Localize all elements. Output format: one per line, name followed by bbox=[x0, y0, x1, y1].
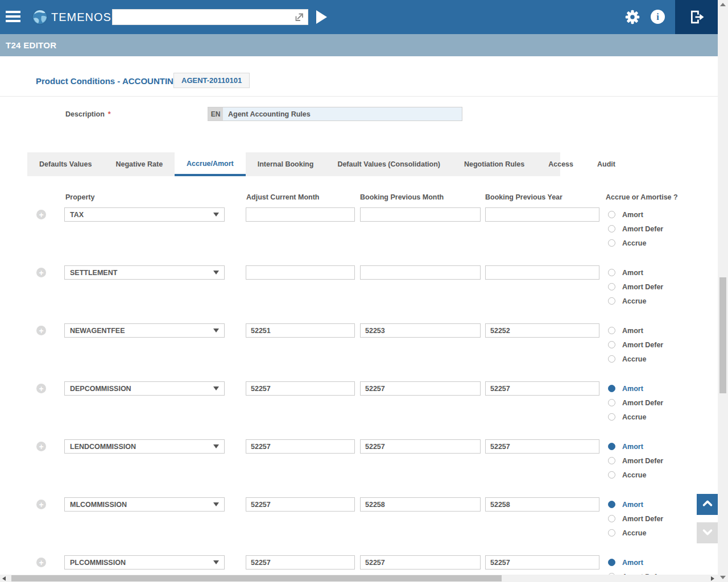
search-input[interactable] bbox=[113, 10, 294, 24]
radio-option-accrue[interactable]: Accrue bbox=[608, 526, 663, 540]
radio-icon[interactable] bbox=[608, 471, 615, 479]
radio-icon[interactable] bbox=[608, 341, 615, 348]
adjust-current-month-input[interactable] bbox=[246, 265, 355, 280]
radio-icon[interactable] bbox=[608, 283, 615, 290]
radio-option-amort-defer[interactable]: Amort Defer bbox=[608, 569, 663, 575]
booking-previous-year-input[interactable] bbox=[485, 497, 599, 512]
radio-icon[interactable] bbox=[608, 239, 615, 247]
property-select[interactable]: TAX bbox=[64, 207, 225, 222]
radio-icon[interactable] bbox=[608, 443, 615, 450]
radio-icon[interactable] bbox=[608, 515, 615, 522]
tab-negative-rate[interactable]: Negative Rate bbox=[104, 152, 175, 176]
radio-option-amort[interactable]: Amort bbox=[608, 207, 663, 222]
menu-icon[interactable] bbox=[6, 11, 20, 23]
booking-previous-month-input[interactable] bbox=[360, 207, 481, 222]
radio-option-accrue[interactable]: Accrue bbox=[608, 236, 663, 250]
booking-previous-year-input[interactable] bbox=[485, 323, 599, 338]
tab-negotiation-rules[interactable]: Negotiation Rules bbox=[452, 152, 536, 176]
scrollbar-left-arrow[interactable] bbox=[2, 576, 6, 581]
horizontal-scrollbar-thumb[interactable] bbox=[11, 575, 502, 581]
vertical-scrollbar-thumb[interactable] bbox=[719, 277, 726, 393]
property-select[interactable]: DEPCOMMISSION bbox=[64, 381, 225, 396]
add-row-button[interactable]: + bbox=[36, 210, 46, 219]
radio-option-amort-defer[interactable]: Amort Defer bbox=[608, 280, 663, 294]
radio-option-accrue[interactable]: Accrue bbox=[608, 410, 663, 424]
radio-option-amort-defer[interactable]: Amort Defer bbox=[608, 338, 663, 352]
add-row-button[interactable]: + bbox=[36, 500, 46, 509]
radio-option-amort[interactable]: Amort bbox=[608, 323, 663, 338]
radio-icon[interactable] bbox=[608, 501, 615, 508]
add-row-button[interactable]: + bbox=[36, 384, 46, 393]
property-select[interactable]: SETTLEMENT bbox=[64, 265, 225, 280]
radio-option-amort-defer[interactable]: Amort Defer bbox=[608, 222, 663, 236]
tab-accrue-amort[interactable]: Accrue/Amort bbox=[175, 152, 246, 176]
booking-previous-year-input[interactable] bbox=[485, 555, 599, 569]
scrollbar-right-arrow[interactable] bbox=[711, 576, 714, 581]
booking-previous-year-input[interactable] bbox=[485, 265, 599, 280]
tab-defaults-values[interactable]: Defaults Values bbox=[27, 152, 104, 176]
settings-gear-icon[interactable] bbox=[624, 9, 640, 25]
booking-previous-month-input[interactable] bbox=[360, 555, 481, 569]
radio-option-amort[interactable]: Amort bbox=[608, 265, 663, 280]
radio-option-accrue[interactable]: Accrue bbox=[608, 352, 663, 366]
radio-icon[interactable] bbox=[608, 385, 615, 392]
booking-previous-month-input[interactable] bbox=[360, 265, 481, 280]
scroll-to-bottom-button[interactable] bbox=[697, 522, 718, 543]
tab-access[interactable]: Access bbox=[536, 152, 585, 176]
radio-icon[interactable] bbox=[608, 457, 615, 464]
booking-previous-year-input[interactable] bbox=[485, 207, 599, 222]
radio-option-amort-defer[interactable]: Amort Defer bbox=[608, 396, 663, 410]
radio-icon[interactable] bbox=[608, 559, 615, 566]
description-input[interactable] bbox=[223, 107, 462, 120]
vertical-scrollbar[interactable] bbox=[718, 0, 728, 582]
tab-default-values-consolidation-[interactable]: Default Values (Consolidation) bbox=[325, 152, 452, 176]
radio-option-amort-defer[interactable]: Amort Defer bbox=[608, 512, 663, 526]
adjust-current-month-input[interactable] bbox=[246, 555, 355, 569]
radio-option-accrue[interactable]: Accrue bbox=[608, 294, 663, 308]
info-icon[interactable]: i bbox=[651, 10, 665, 24]
radio-icon[interactable] bbox=[608, 529, 615, 537]
add-row-button[interactable]: + bbox=[36, 558, 46, 567]
radio-option-accrue[interactable]: Accrue bbox=[608, 468, 663, 482]
scrollbar-up-arrow[interactable] bbox=[720, 3, 726, 6]
add-row-button[interactable]: + bbox=[36, 268, 46, 277]
radio-icon[interactable] bbox=[608, 413, 615, 421]
radio-icon[interactable] bbox=[608, 327, 615, 334]
booking-previous-month-input[interactable] bbox=[360, 439, 481, 454]
horizontal-scrollbar[interactable] bbox=[0, 575, 718, 582]
radio-option-amort[interactable]: Amort bbox=[608, 555, 663, 569]
radio-icon[interactable] bbox=[608, 225, 615, 232]
adjust-current-month-input[interactable] bbox=[246, 381, 355, 396]
radio-option-amort[interactable]: Amort bbox=[608, 439, 663, 454]
property-select[interactable]: MLCOMMISSION bbox=[64, 497, 225, 512]
sign-out-button[interactable] bbox=[675, 0, 718, 34]
adjust-current-month-input[interactable] bbox=[246, 497, 355, 512]
add-row-button[interactable]: + bbox=[36, 442, 46, 451]
radio-icon[interactable] bbox=[608, 355, 615, 363]
booking-previous-month-input[interactable] bbox=[360, 381, 481, 396]
goto-arrow-icon[interactable] bbox=[294, 12, 304, 22]
property-select[interactable]: NEWAGENTFEE bbox=[64, 323, 225, 338]
booking-previous-year-input[interactable] bbox=[485, 381, 599, 396]
booking-previous-year-input[interactable] bbox=[485, 439, 599, 454]
radio-option-amort[interactable]: Amort bbox=[608, 381, 663, 396]
tab-audit[interactable]: Audit bbox=[585, 152, 627, 176]
booking-previous-month-input[interactable] bbox=[360, 497, 481, 512]
tab-internal-booking[interactable]: Internal Booking bbox=[246, 152, 326, 176]
adjust-current-month-input[interactable] bbox=[246, 207, 355, 222]
scroll-to-top-button[interactable] bbox=[697, 494, 718, 515]
property-select[interactable]: PLCOMMISSION bbox=[64, 555, 225, 569]
adjust-current-month-input[interactable] bbox=[246, 439, 355, 454]
run-command-icon[interactable] bbox=[316, 10, 327, 24]
property-select[interactable]: LENDCOMMISSION bbox=[64, 439, 225, 454]
booking-previous-month-input[interactable] bbox=[360, 323, 481, 338]
scrollbar-down-arrow[interactable] bbox=[720, 576, 726, 579]
radio-icon[interactable] bbox=[608, 211, 615, 218]
adjust-current-month-input[interactable] bbox=[246, 323, 355, 338]
radio-option-amort[interactable]: Amort bbox=[608, 497, 663, 512]
radio-icon[interactable] bbox=[608, 269, 615, 276]
radio-option-amort-defer[interactable]: Amort Defer bbox=[608, 454, 663, 468]
radio-icon[interactable] bbox=[608, 399, 615, 406]
radio-icon[interactable] bbox=[608, 297, 615, 305]
add-row-button[interactable]: + bbox=[36, 326, 46, 335]
